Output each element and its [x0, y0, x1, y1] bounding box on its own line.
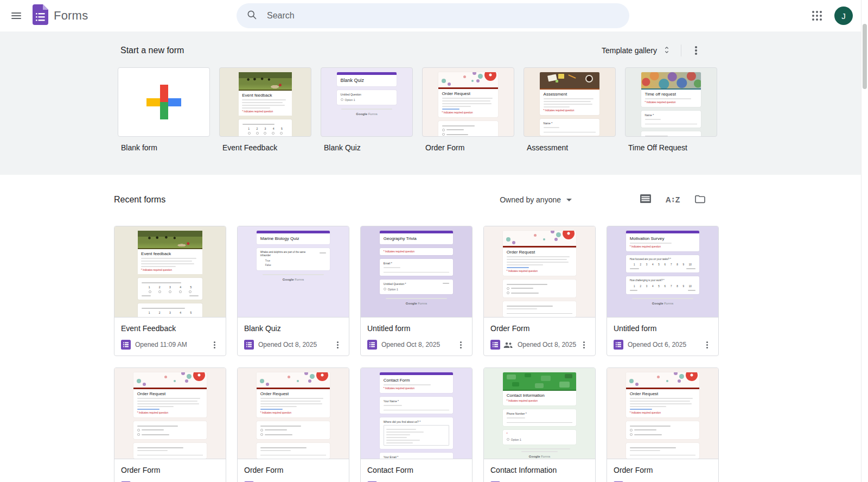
- green-banner-header: [503, 372, 576, 390]
- form-thumbnail: Event feedback* Indicates required quest…: [114, 226, 226, 318]
- forms-home-link[interactable]: Forms: [33, 4, 88, 27]
- recent-form-card-order-form-3[interactable]: Order Request* Indicates required questi…: [483, 226, 596, 356]
- template-thumbnail: [118, 67, 210, 137]
- form-thumbnail: Motivation Survey* Indicates required qu…: [607, 226, 718, 318]
- floral-header: [133, 372, 207, 388]
- form-thumbnail: Order Request* Indicates required questi…: [238, 368, 349, 459]
- recent-form-card-contact-information-8[interactable]: Contact Information* Indicates required …: [483, 367, 596, 482]
- form-thumbnail: Geography Trivia * Indicates required qu…: [361, 226, 472, 318]
- google-forms-footer: Google Forms: [257, 278, 330, 281]
- form-title: Order Form: [490, 324, 591, 333]
- form-title: Contact Form: [367, 466, 468, 474]
- form-header-photo: [138, 231, 202, 248]
- recent-form-card-order-form-9[interactable]: Order Request* Indicates required questi…: [607, 367, 719, 482]
- template-card-assessment[interactable]: Assessment* Indicates required question …: [524, 67, 616, 152]
- search-bar[interactable]: [237, 3, 629, 28]
- more-options-button[interactable]: [577, 479, 591, 482]
- google-apps-button[interactable]: [806, 5, 828, 27]
- form-thumbnail: Marine Biology Quiz Whales and dolphins …: [238, 226, 349, 318]
- account-avatar[interactable]: J: [834, 7, 853, 25]
- template-label: Blank form: [121, 143, 210, 152]
- google-forms-footer: Google Forms: [626, 302, 699, 305]
- apps-grid-icon: [812, 11, 822, 21]
- form-card-info: Order Form Opened Oct 6, 2025: [114, 459, 226, 482]
- recent-form-card-contact-form-7[interactable]: Contact Form* Indicates required questio…: [360, 367, 473, 482]
- form-card-info: Untitled form Opened Oct 8, 2025: [361, 318, 472, 352]
- hide-templates-menu-button[interactable]: [687, 41, 705, 60]
- form-card-info: Order Form Opened Oct 6, 2025: [607, 459, 718, 482]
- recent-forms-section: Recent forms Owned by anyone A▲▼Z Event: [0, 175, 868, 482]
- template-gallery-button[interactable]: Template gallery: [597, 42, 675, 59]
- recent-form-card-blank-quiz-1[interactable]: Marine Biology Quiz Whales and dolphins …: [237, 226, 349, 356]
- recent-form-card-untitled-form-4[interactable]: Motivation Survey* Indicates required qu…: [607, 226, 719, 356]
- template-row: Blank form Event feedback* Indicates req…: [118, 67, 868, 152]
- template-card-blank-form[interactable]: Blank form: [118, 67, 210, 152]
- form-thumbnail: Contact Information* Indicates required …: [484, 368, 595, 459]
- more-options-button[interactable]: [207, 338, 221, 352]
- recent-form-card-order-form-6[interactable]: Order Request* Indicates required questi…: [237, 367, 349, 482]
- template-card-time-off-request[interactable]: Time off request* Indicates required que…: [625, 67, 717, 152]
- opened-timestamp: Opened Oct 8, 2025: [381, 341, 440, 348]
- template-label: Event Feedback: [222, 143, 311, 152]
- form-card-info: Blank Quiz Opened Oct 8, 2025: [238, 318, 349, 352]
- form-title: Order Form: [244, 466, 344, 474]
- form-card-info: Order Form Opened Oct 6, 2025: [238, 459, 349, 482]
- floral-header: [503, 231, 576, 246]
- form-title: Order Form: [614, 466, 714, 474]
- form-thumbnail: Order Request* Indicates required questi…: [607, 368, 718, 459]
- form-card-info: Event Feedback Opened 11:09 AM: [114, 318, 226, 352]
- more-options-button[interactable]: [454, 338, 468, 352]
- forms-document-icon: [614, 340, 623, 350]
- divider: [681, 45, 681, 56]
- top-app-bar: Forms J: [0, 0, 868, 31]
- more-options-button[interactable]: [330, 338, 344, 352]
- sort-options-button[interactable]: A▲▼Z: [662, 189, 684, 211]
- open-file-picker-button[interactable]: [689, 189, 711, 211]
- template-label: Assessment: [527, 143, 616, 152]
- shared-people-icon: [503, 341, 513, 348]
- template-label: Blank Quiz: [324, 143, 413, 152]
- form-thumbnail: Order Request* Indicates required questi…: [484, 226, 595, 318]
- template-thumbnail: Order Request* Indicates required questi…: [422, 67, 514, 137]
- recent-form-card-untitled-form-2[interactable]: Geography Trivia * Indicates required qu…: [360, 226, 473, 356]
- hamburger-menu-icon: [11, 11, 21, 21]
- search-icon: [246, 9, 257, 22]
- template-gallery-label: Template gallery: [602, 46, 657, 55]
- template-card-blank-quiz[interactable]: Blank Quiz Untitled QuestionOption 1 Goo…: [321, 67, 413, 152]
- recent-forms-grid: Event feedback* Indicates required quest…: [114, 226, 868, 482]
- scrollbar-thumb[interactable]: [863, 24, 867, 89]
- floral-header: [438, 72, 499, 87]
- more-options-button[interactable]: [700, 479, 714, 482]
- form-card-info: Contact Information Opened Oct 6, 2025: [484, 459, 595, 482]
- template-thumbnail: Event feedback* Indicates required quest…: [219, 67, 311, 137]
- recent-form-card-order-form-5[interactable]: Order Request* Indicates required questi…: [114, 367, 226, 482]
- more-options-button[interactable]: [207, 479, 221, 482]
- desk-photo-header: [540, 72, 600, 88]
- scrollbar[interactable]: [861, 0, 868, 482]
- opened-timestamp: Opened Oct 8, 2025: [258, 341, 317, 348]
- app-title: Forms: [54, 9, 88, 23]
- more-options-button[interactable]: [700, 338, 714, 352]
- form-title: Blank Quiz: [244, 324, 344, 333]
- opened-timestamp: Opened 11:09 AM: [135, 341, 187, 348]
- search-input[interactable]: [266, 10, 602, 21]
- list-view-button[interactable]: [635, 189, 656, 211]
- main-menu-button[interactable]: [3, 3, 29, 29]
- opened-timestamp: Opened Oct 8, 2025: [518, 341, 576, 348]
- template-card-order-form[interactable]: Order Request* Indicates required questi…: [422, 67, 514, 152]
- opened-timestamp: Opened Oct 6, 2025: [628, 341, 686, 348]
- google-forms-footer: Google Forms: [337, 112, 397, 116]
- form-title: Event Feedback: [121, 324, 221, 333]
- form-title: Order Form: [121, 466, 221, 474]
- more-options-button[interactable]: [577, 338, 591, 352]
- form-card-info: Order Form Opened Oct 8, 2025: [484, 318, 595, 352]
- form-thumbnail: Contact Form* Indicates required questio…: [361, 368, 472, 459]
- more-options-button[interactable]: [454, 479, 468, 482]
- template-label: Order Form: [425, 143, 514, 152]
- recent-form-card-event-feedback-0[interactable]: Event feedback* Indicates required quest…: [114, 226, 226, 356]
- more-options-button[interactable]: [330, 479, 344, 482]
- owner-filter-dropdown[interactable]: Owned by anyone: [500, 195, 572, 204]
- template-card-event-feedback[interactable]: Event feedback* Indicates required quest…: [219, 67, 311, 152]
- plus-icon: [160, 85, 168, 119]
- floral-header: [626, 372, 699, 388]
